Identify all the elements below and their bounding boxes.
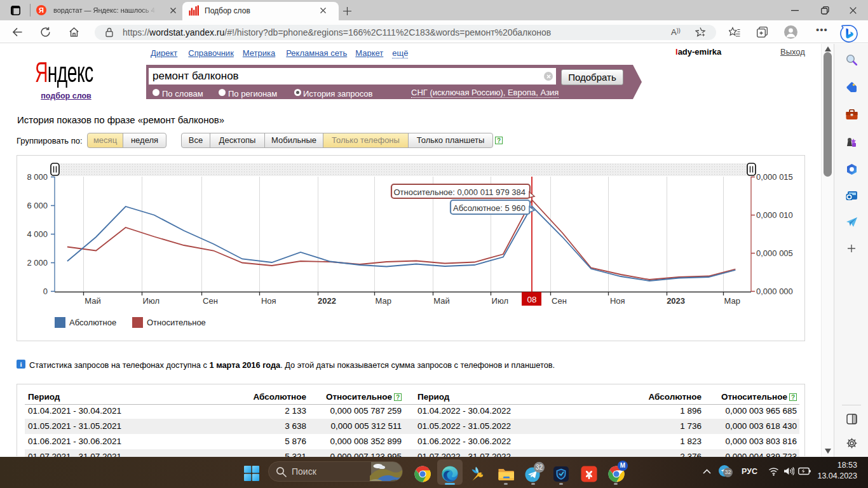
svg-text:Относительное: 0,000 011 979 3: Относительное: 0,000 011 979 384	[393, 187, 526, 197]
svg-text:Июл: Июл	[143, 296, 159, 306]
svg-text:8 000: 8 000	[27, 172, 48, 182]
svg-text:Май: Май	[85, 296, 100, 306]
svg-text:0,000 000: 0,000 000	[756, 287, 793, 296]
svg-text:Май: Май	[433, 296, 449, 306]
svg-text:08: 08	[527, 295, 536, 304]
svg-text:2022: 2022	[318, 296, 336, 306]
svg-text:Относительное: Относительное	[147, 318, 206, 327]
svg-text:Мар: Мар	[376, 296, 391, 306]
svg-text:Абсолютное: Абсолютное	[69, 318, 116, 327]
svg-text:Сен: Сен	[552, 296, 567, 306]
svg-text:4 000: 4 000	[27, 229, 48, 239]
svg-text:Ноя: Ноя	[610, 296, 625, 306]
svg-text:2023: 2023	[667, 296, 685, 306]
svg-text:0: 0	[43, 287, 48, 296]
svg-text:6 000: 6 000	[27, 201, 48, 210]
svg-text:Июл: Июл	[492, 296, 508, 306]
svg-text:2 000: 2 000	[27, 258, 48, 268]
svg-text:Мар: Мар	[724, 296, 740, 306]
svg-text:Сен: Сен	[203, 296, 218, 306]
svg-text:Абсолютное: 5 960: Абсолютное: 5 960	[453, 203, 526, 213]
svg-text:0,000 005: 0,000 005	[756, 248, 793, 258]
svg-text:Ноя: Ноя	[261, 296, 276, 306]
svg-text:0,000 015: 0,000 015	[756, 172, 793, 182]
svg-text:0,000 010: 0,000 010	[756, 210, 793, 220]
